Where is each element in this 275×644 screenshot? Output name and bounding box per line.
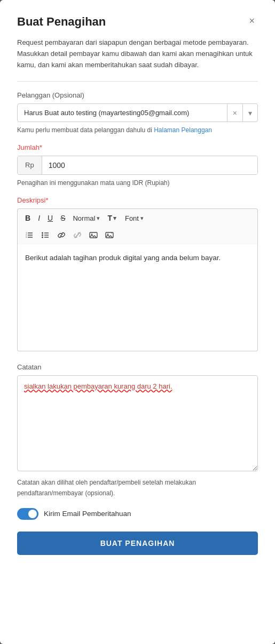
svg-point-16 xyxy=(107,234,108,235)
heading-dropdown-arrow: ▾ xyxy=(97,215,100,222)
image-url-button[interactable]: + xyxy=(102,229,117,243)
svg-point-6 xyxy=(42,232,43,234)
amount-prefix: Rp xyxy=(18,156,42,174)
svg-point-14 xyxy=(91,234,92,235)
amount-wrapper: Rp xyxy=(17,156,258,175)
amount-input[interactable] xyxy=(42,156,257,174)
unordered-list-button[interactable] xyxy=(38,229,53,243)
currency-hint: Penagihan ini menggunakan mata uang IDR … xyxy=(17,179,258,187)
heading-select[interactable]: Normal ▾ xyxy=(69,213,103,224)
image-upload-button[interactable] xyxy=(86,229,101,243)
font-select[interactable]: Font ▾ xyxy=(122,213,147,224)
svg-point-8 xyxy=(42,237,43,238)
editor-toolbar: B I U S Normal ▾ T ▾ Font ▾ xyxy=(17,208,258,227)
font-dropdown-arrow: ▾ xyxy=(140,215,144,222)
svg-text:3: 3 xyxy=(26,236,27,238)
unordered-list-icon xyxy=(41,231,50,241)
email-toggle[interactable] xyxy=(17,508,38,520)
image-upload-icon xyxy=(89,231,98,241)
submit-button[interactable]: BUAT PENAGIHAN xyxy=(17,532,258,555)
bold-button[interactable]: B xyxy=(22,212,34,224)
link-button[interactable] xyxy=(54,229,69,243)
modal-header: Buat Penagihan × xyxy=(17,15,258,29)
customer-label: Pelanggan (Opsional) xyxy=(17,91,258,99)
underline-button[interactable]: U xyxy=(44,212,56,224)
strikethrough-button[interactable]: S xyxy=(57,212,68,224)
close-button[interactable]: × xyxy=(246,15,258,27)
description-label: Deskripsi* xyxy=(17,196,258,204)
description-editor[interactable]: Berikut adalah tagihan produk digital ya… xyxy=(17,245,258,351)
header-divider xyxy=(17,81,258,82)
text-color-icon: T xyxy=(107,214,112,222)
editor-content: Berikut adalah tagihan produk digital ya… xyxy=(25,254,221,262)
svg-line-12 xyxy=(75,232,80,238)
email-toggle-row: Kirim Email Pemberitahuan xyxy=(17,508,258,520)
notes-textarea[interactable] xyxy=(17,375,258,471)
customer-actions: × ▾ xyxy=(227,104,257,122)
notes-label: Catatan xyxy=(17,363,258,371)
customer-hint-link[interactable]: Halaman Pelanggan xyxy=(154,126,212,134)
editor-toolbar-row2: 1 2 3 xyxy=(17,227,258,245)
notes-hint: Catatan akan dilihat oleh pendaftar/pemb… xyxy=(17,478,258,498)
ordered-list-button[interactable]: 1 2 3 xyxy=(22,229,37,243)
unlink-icon xyxy=(73,231,82,241)
heading-select-label: Normal xyxy=(73,214,95,222)
amount-label: Jumlah* xyxy=(17,143,258,151)
ordered-list-icon: 1 2 3 xyxy=(25,231,34,241)
unlink-button[interactable] xyxy=(70,229,85,243)
modal-description: Request pembayaran dari siapapun dengan … xyxy=(17,37,258,70)
customer-select[interactable]: Harus Buat auto testing (mayartesting05@… xyxy=(17,103,258,122)
image-url-icon: + xyxy=(105,231,114,241)
modal-title: Buat Penagihan xyxy=(17,15,106,29)
modal-container: Buat Penagihan × Request pembayaran dari… xyxy=(0,0,275,644)
text-color-dropdown-arrow: ▾ xyxy=(113,215,116,222)
customer-selected-value: Harus Buat auto testing (mayartesting05@… xyxy=(18,104,227,122)
customer-hint: Kamu perlu membuat data pelanggan dahulu… xyxy=(17,126,258,134)
customer-clear-button[interactable]: × xyxy=(227,104,242,122)
link-icon xyxy=(57,231,66,241)
text-color-button[interactable]: T ▾ xyxy=(104,212,121,224)
font-select-label: Font xyxy=(125,214,139,222)
svg-point-7 xyxy=(42,235,43,236)
email-toggle-label: Kirim Email Pemberitahuan xyxy=(44,510,131,518)
customer-dropdown-button[interactable]: ▾ xyxy=(242,104,257,122)
italic-button[interactable]: I xyxy=(35,212,43,224)
